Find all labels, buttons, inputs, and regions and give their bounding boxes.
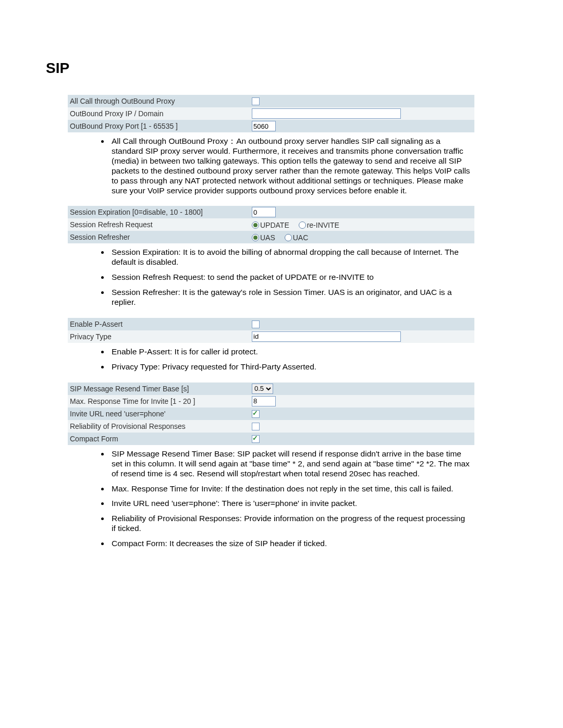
label-session-expiration: Session Expiration [0=disable, 10 - 1800… <box>68 206 250 218</box>
outbound-proxy-table: All Call through OutBound Proxy OutBound… <box>68 95 474 132</box>
label-outbound-port: OutBound Proxy Port [1 - 65535 ] <box>68 120 250 132</box>
list-item: Session Refresh Request: to send the pac… <box>109 273 471 282</box>
list-item: Enable P-Assert: It is for caller id pro… <box>109 347 471 357</box>
list-item: Reliability of Provisional Responses: Pr… <box>109 514 471 534</box>
checkbox-compact-form[interactable] <box>252 435 260 443</box>
radio-label: UAC <box>293 233 309 242</box>
label-all-call-through: All Call through OutBound Proxy <box>68 95 250 107</box>
label-compact-form: Compact Form <box>68 433 250 445</box>
label-max-response: Max. Response Time for Invite [1 - 20 ] <box>68 395 250 408</box>
radio-refresh-reinvite[interactable] <box>299 221 306 229</box>
p-assert-table: Enable P-Assert Privacy Type <box>68 318 474 343</box>
checkbox-all-call-through[interactable] <box>252 97 260 105</box>
checkbox-enable-p-assert[interactable] <box>252 320 260 328</box>
input-max-response[interactable] <box>252 396 276 406</box>
desc-session: Session Expiration: It is to avoid the b… <box>109 248 517 307</box>
list-item: Session Refresher: It is the gateway's r… <box>109 288 471 307</box>
list-item: Privacy Type: Privacy requested for Thir… <box>109 362 471 372</box>
list-item: Session Expiration: It is to avoid the b… <box>109 248 471 267</box>
checkbox-invite-url[interactable] <box>252 410 260 418</box>
checkbox-reliability[interactable] <box>252 423 260 430</box>
desc-passert: Enable P-Assert: It is for caller id pro… <box>109 347 517 372</box>
label-enable-p-assert: Enable P-Assert <box>68 318 250 330</box>
desc-sip-message: SIP Message Resend Timer Base: SIP packe… <box>109 449 517 549</box>
page-title: SIP <box>46 60 517 77</box>
list-item: Compact Form: It decreases the size of S… <box>109 539 471 549</box>
label-resend-timer: SIP Message Resend Timer Base [s] <box>68 382 250 395</box>
list-item: Invite URL need 'user=phone': There is '… <box>109 499 471 509</box>
input-outbound-port[interactable] <box>252 121 276 131</box>
desc-outbound: All Call through OutBound Proxy：An outbo… <box>109 137 517 195</box>
sip-message-table: SIP Message Resend Timer Base [s] 0.5 Ma… <box>68 382 474 445</box>
label-privacy-type: Privacy Type <box>68 330 250 343</box>
input-session-expiration[interactable] <box>252 207 276 217</box>
session-table: Session Expiration [0=disable, 10 - 1800… <box>68 206 474 243</box>
radio-label: re-INVITE <box>307 221 339 229</box>
label-session-refresh-request: Session Refresh Request <box>68 218 250 231</box>
label-session-refresher: Session Refresher <box>68 231 250 243</box>
input-outbound-domain[interactable] <box>252 108 401 119</box>
list-item: SIP Message Resend Timer Base: SIP packe… <box>109 449 471 479</box>
radio-refresh-update[interactable] <box>252 221 259 229</box>
list-item: All Call through OutBound Proxy：An outbo… <box>109 137 471 195</box>
label-invite-url: Invite URL need 'user=phone' <box>68 408 250 420</box>
list-item: Max. Response Time for Invite: If the de… <box>109 484 471 494</box>
radio-label: UPDATE <box>260 221 289 229</box>
label-outbound-domain: OutBound Proxy IP / Domain <box>68 107 250 120</box>
radio-refresher-uas[interactable] <box>252 234 259 241</box>
radio-label: UAS <box>260 233 275 242</box>
label-reliability: Reliability of Provisional Responses <box>68 420 250 433</box>
select-resend-timer[interactable]: 0.5 <box>252 384 273 394</box>
radio-refresher-uac[interactable] <box>285 234 292 241</box>
input-privacy-type[interactable] <box>252 331 401 342</box>
